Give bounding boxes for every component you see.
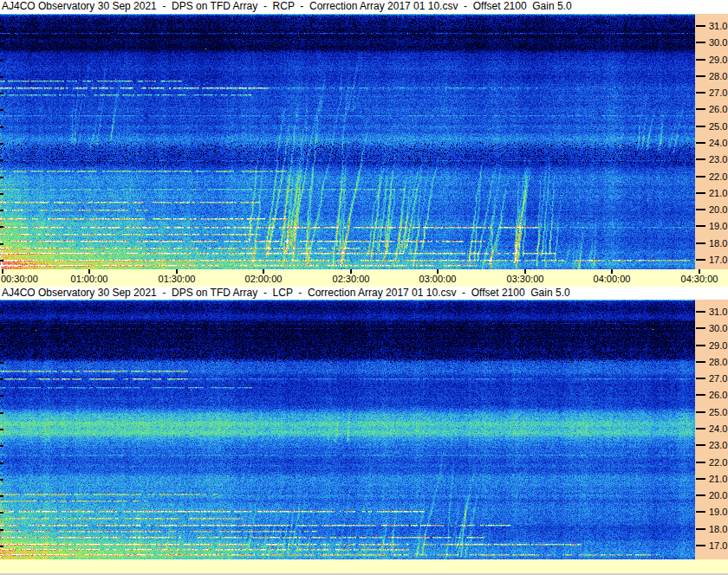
freq-tick: [696, 444, 705, 446]
frequency-axis-lcp: 31.030.029.028.027.026.025.024.023.022.0…: [695, 300, 728, 559]
time-tick-label: 01:00:00: [66, 274, 113, 285]
time-tick-label: 04:30:00: [676, 274, 723, 285]
freq-tick: [696, 108, 705, 110]
freq-tick: [696, 25, 705, 27]
time-tick-label: 03:30:00: [502, 274, 549, 285]
freq-tick-label: 25.0: [709, 121, 727, 132]
panel-title-rcp: AJ4CO Observatory 30 Sep 2021 - DPS on T…: [0, 0, 728, 14]
freq-tick-label: 30.0: [709, 37, 727, 48]
freq-tick-label: 23.0: [709, 440, 727, 450]
freq-tick: [696, 176, 705, 178]
freq-tick: [696, 259, 705, 261]
freq-tick-label: 17.0: [709, 540, 727, 551]
freq-tick: [696, 126, 705, 127]
freq-tick: [696, 462, 705, 463]
freq-tick-label: 19.0: [709, 221, 727, 231]
freq-tick-label: 19.0: [709, 507, 727, 517]
freq-tick: [696, 428, 705, 430]
freq-tick: [696, 42, 705, 43]
freq-tick-label: 31.0: [709, 307, 727, 317]
freq-tick: [696, 92, 705, 94]
frequency-axis-rcp: 31.030.029.028.027.026.025.024.023.022.0…: [695, 14, 728, 269]
freq-tick: [696, 59, 705, 61]
freq-tick: [696, 411, 705, 413]
spectrogram-panel-lcp: 31.030.029.028.027.026.025.024.023.022.0…: [0, 300, 728, 559]
freq-tick: [696, 378, 705, 379]
time-tick-label: 04:00:00: [588, 274, 635, 285]
freq-tick-label: 27.0: [709, 373, 727, 384]
time-tick-label: 00:30:00: [1, 274, 48, 285]
freq-tick-label: 17.0: [709, 255, 727, 265]
freq-tick-label: 21.0: [709, 474, 727, 484]
freq-tick-label: 21.0: [709, 188, 727, 198]
freq-tick-label: 28.0: [709, 357, 727, 367]
freq-tick-label: 31.0: [709, 21, 727, 31]
freq-tick-label: 22.0: [709, 457, 727, 468]
spectrograph-window: AJ4CO Observatory 30 Sep 2021 - DPS on T…: [0, 0, 728, 575]
freq-tick-label: 24.0: [709, 423, 727, 434]
spectrogram-panel-rcp: 31.030.029.028.027.026.025.024.023.022.0…: [0, 14, 728, 269]
freq-tick-label: 24.0: [709, 138, 727, 148]
freq-tick: [696, 494, 705, 496]
freq-tick: [696, 478, 705, 480]
time-axis: 00:30:0001:00:0001:30:0002:00:0002:30:00…: [0, 269, 728, 287]
freq-tick: [696, 511, 705, 513]
freq-tick-label: 18.0: [709, 524, 727, 534]
freq-tick: [696, 158, 705, 160]
freq-tick-label: 29.0: [709, 55, 727, 65]
freq-tick-label: 23.0: [709, 154, 727, 165]
freq-tick: [696, 242, 705, 244]
time-tick-label: 02:00:00: [240, 274, 287, 285]
freq-tick: [696, 361, 705, 363]
freq-tick: [696, 545, 705, 546]
time-tick-label: 03:00:00: [414, 274, 461, 285]
freq-tick-label: 30.0: [709, 323, 727, 333]
freq-tick: [696, 311, 705, 313]
freq-tick: [696, 142, 705, 144]
spectrogram-plot-lcp[interactable]: [0, 300, 695, 559]
freq-tick: [696, 528, 705, 530]
freq-tick-label: 25.0: [709, 407, 727, 417]
freq-tick: [696, 327, 705, 329]
freq-tick-label: 27.0: [709, 87, 727, 98]
freq-tick-label: 26.0: [709, 390, 727, 400]
freq-tick-label: 22.0: [709, 171, 727, 182]
time-tick-label: 02:30:00: [328, 274, 374, 285]
freq-tick-label: 29.0: [709, 340, 727, 351]
spectrogram-plot-rcp[interactable]: [0, 14, 695, 269]
panel-title-lcp: AJ4CO Observatory 30 Sep 2021 - DPS on T…: [0, 287, 728, 300]
freq-tick: [696, 192, 705, 194]
freq-tick-label: 18.0: [709, 238, 727, 249]
time-axis-clipped: [0, 559, 728, 573]
freq-tick-label: 20.0: [709, 204, 727, 215]
freq-tick-label: 20.0: [709, 490, 727, 501]
freq-tick: [696, 345, 705, 346]
freq-tick: [696, 209, 705, 210]
freq-tick-label: 28.0: [709, 71, 727, 81]
freq-tick: [696, 225, 705, 227]
freq-tick-label: 26.0: [709, 104, 727, 114]
time-tick-label: 01:30:00: [153, 274, 200, 285]
freq-tick: [696, 394, 705, 396]
freq-tick: [696, 75, 705, 77]
